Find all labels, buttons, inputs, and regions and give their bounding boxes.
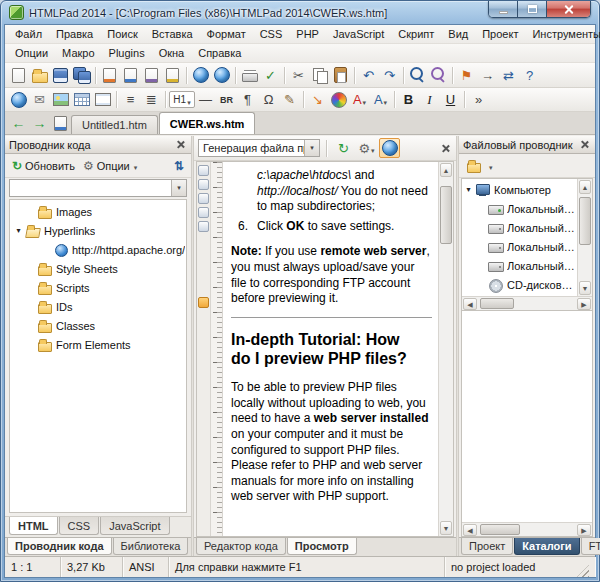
tree-item-ids[interactable]: IDs: [10, 297, 186, 316]
menu-help[interactable]: Справка: [191, 45, 248, 61]
sort-button[interactable]: [171, 158, 187, 174]
tree-item-disk-3[interactable]: Локальный дис...: [462, 237, 577, 256]
tree-item-apache-link[interactable]: http://httpd.apache.org/: [10, 240, 186, 259]
menu-options[interactable]: Опции: [8, 45, 55, 61]
scroll-up-icon[interactable]: [440, 163, 452, 177]
options-button[interactable]: Опции: [80, 158, 140, 174]
text-color-icon[interactable]: A: [349, 90, 370, 110]
maximize-button[interactable]: [518, 1, 547, 17]
scrollbar-thumb[interactable]: [480, 524, 520, 535]
open-file-icon[interactable]: [29, 65, 50, 85]
scrollbar-thumb[interactable]: [440, 186, 452, 244]
tab-library[interactable]: Библиотека: [113, 538, 189, 555]
special-char-icon[interactable]: Ω: [258, 90, 279, 110]
bullet-list-icon[interactable]: ≡: [120, 90, 141, 110]
document-list-icon[interactable]: [50, 113, 71, 133]
tree-item-images[interactable]: Images: [10, 202, 186, 221]
insert-table-icon[interactable]: [71, 90, 92, 110]
scrollbar-track[interactable]: [440, 178, 452, 520]
preview-vertical-scrollbar[interactable]: [438, 162, 453, 536]
save-file-icon[interactable]: [50, 65, 71, 85]
new-css-icon[interactable]: [120, 65, 141, 85]
expander-icon[interactable]: [462, 186, 475, 194]
goto-line-icon[interactable]: →: [477, 65, 498, 85]
split-view-icon[interactable]: [198, 179, 209, 190]
close-panel-icon[interactable]: [578, 138, 591, 151]
refresh-browser-icon[interactable]: [211, 65, 232, 85]
spellcheck-icon[interactable]: ✓: [260, 65, 281, 85]
drives-vertical-scrollbar[interactable]: [577, 179, 592, 296]
forward-icon[interactable]: →: [29, 113, 50, 133]
scroll-left-icon[interactable]: [463, 298, 477, 310]
tree-item-disk-4[interactable]: Локальный дис...: [462, 256, 577, 275]
scroll-down-icon[interactable]: [579, 281, 591, 295]
scroll-right-icon[interactable]: [577, 524, 591, 536]
sync-files-icon[interactable]: ⇄: [498, 65, 519, 85]
file-generation-combo[interactable]: Генерация файла пр: [198, 139, 320, 157]
print-icon[interactable]: [239, 65, 260, 85]
menu-search[interactable]: Поиск: [100, 26, 144, 42]
menu-php[interactable]: PHP: [289, 26, 326, 42]
close-preview-icon[interactable]: [439, 142, 452, 155]
comment-icon[interactable]: ✎: [279, 90, 300, 110]
browser-preview-icon[interactable]: [190, 65, 211, 85]
preview-settings-icon[interactable]: ⚙: [356, 138, 377, 158]
insert-image-icon[interactable]: [50, 90, 71, 110]
menu-insert[interactable]: Вставка: [145, 26, 200, 42]
menu-windows[interactable]: Окна: [152, 45, 192, 61]
menu-macro[interactable]: Макро: [55, 45, 101, 61]
tree-item-hyperlinks[interactable]: Hyperlinks: [10, 221, 186, 240]
sync-scroll-icon[interactable]: [198, 193, 209, 204]
new-js-icon[interactable]: [162, 65, 183, 85]
underline-icon[interactable]: U: [440, 90, 461, 110]
insert-br-icon[interactable]: BR: [216, 90, 237, 110]
menu-css[interactable]: CSS: [253, 26, 290, 42]
menu-plugins[interactable]: Plugins: [102, 45, 152, 61]
new-php-icon[interactable]: [141, 65, 162, 85]
filter-combo[interactable]: [9, 179, 187, 197]
scrollbar-track[interactable]: [579, 195, 591, 280]
tab-code-editor[interactable]: Редактор кода: [196, 538, 286, 555]
refresh-preview-icon[interactable]: ↻: [333, 138, 354, 158]
tree-item-disk-2[interactable]: Локальный дис...: [462, 218, 577, 237]
tab-code-explorer[interactable]: Проводник кода: [7, 538, 112, 555]
combo-dropdown-icon[interactable]: [171, 180, 186, 196]
replace-icon[interactable]: [428, 65, 449, 85]
font-select-icon[interactable]: A: [370, 90, 391, 110]
tab-css[interactable]: CSS: [59, 517, 100, 535]
tree-item-disk-1[interactable]: Локальный дис...: [462, 199, 577, 218]
folder-view-button[interactable]: [463, 156, 496, 176]
menu-edit[interactable]: Правка: [49, 26, 100, 42]
scrollbar-track[interactable]: [478, 298, 576, 309]
zoom-view-icon[interactable]: [198, 207, 209, 218]
insert-form-icon[interactable]: [92, 90, 113, 110]
more-buttons-icon[interactable]: »: [468, 90, 489, 110]
bookmark-icon[interactable]: [198, 297, 209, 308]
color-picker-icon[interactable]: [328, 90, 349, 110]
resize-grip[interactable]: [577, 565, 589, 577]
scrollbar-thumb[interactable]: [579, 197, 591, 245]
new-html-icon[interactable]: [99, 65, 120, 85]
menu-view[interactable]: Вид: [441, 26, 475, 42]
tree-item-computer[interactable]: Компьютер: [462, 180, 577, 199]
expander-icon[interactable]: [12, 227, 25, 235]
back-icon[interactable]: ←: [8, 113, 29, 133]
arrow-tool-icon[interactable]: ↘: [307, 90, 328, 110]
scrollbar-track[interactable]: [478, 524, 576, 535]
insert-email-icon[interactable]: ✉: [29, 90, 50, 110]
bookmark-toggle-icon[interactable]: ⚑: [456, 65, 477, 85]
tab-javascript[interactable]: JavaScript: [100, 517, 169, 535]
minimize-button[interactable]: [489, 1, 518, 17]
new-document-icon[interactable]: [8, 65, 29, 85]
close-button[interactable]: [547, 1, 590, 17]
scroll-down-icon[interactable]: [440, 521, 452, 535]
files-horizontal-scrollbar[interactable]: [462, 522, 592, 536]
help-icon[interactable]: ?: [519, 65, 540, 85]
heading-select[interactable]: H1: [169, 91, 195, 108]
copy-icon[interactable]: [309, 65, 330, 85]
refresh-button[interactable]: Обновить: [9, 158, 78, 174]
scroll-left-icon[interactable]: [463, 524, 477, 536]
close-panel-icon[interactable]: [174, 138, 187, 151]
tree-item-style-sheets[interactable]: Style Sheets: [10, 259, 186, 278]
save-all-icon[interactable]: [71, 65, 92, 85]
